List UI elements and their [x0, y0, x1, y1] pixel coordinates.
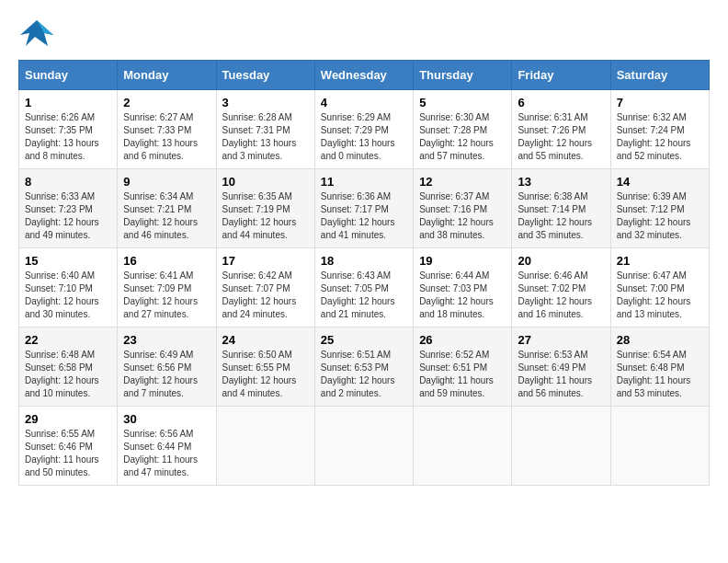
day-number: 20 [518, 254, 604, 268]
daylight-label: Daylight: 12 hours and 41 minutes. [321, 217, 395, 240]
day-cell: 11 Sunrise: 6:36 AM Sunset: 7:17 PM Dayl… [314, 169, 413, 248]
day-cell: 26 Sunrise: 6:52 AM Sunset: 6:51 PM Dayl… [414, 327, 512, 407]
day-number: 18 [321, 254, 407, 268]
sunrise-label: Sunrise: 6:48 AM [25, 350, 95, 360]
daylight-label: Daylight: 12 hours and 30 minutes. [25, 296, 99, 319]
day-info: Sunrise: 6:27 AM Sunset: 7:33 PM Dayligh… [123, 111, 210, 163]
day-cell: 30 Sunrise: 6:56 AM Sunset: 6:44 PM Dayl… [118, 407, 216, 486]
day-cell [414, 407, 512, 486]
sunset-label: Sunset: 7:24 PM [617, 125, 685, 135]
day-info: Sunrise: 6:35 AM Sunset: 7:19 PM Dayligh… [222, 190, 309, 242]
sunrise-label: Sunrise: 6:34 AM [123, 191, 193, 201]
daylight-label: Daylight: 11 hours and 53 minutes. [617, 375, 691, 398]
sunset-label: Sunset: 7:31 PM [222, 125, 290, 135]
day-cell: 28 Sunrise: 6:54 AM Sunset: 6:48 PM Dayl… [610, 327, 709, 407]
daylight-label: Daylight: 11 hours and 50 minutes. [25, 454, 99, 477]
sunset-label: Sunset: 7:33 PM [123, 125, 191, 135]
day-cell: 20 Sunrise: 6:46 AM Sunset: 7:02 PM Dayl… [512, 248, 610, 327]
day-number: 11 [321, 175, 407, 189]
sunrise-label: Sunrise: 6:41 AM [123, 270, 193, 281]
day-cell: 23 Sunrise: 6:49 AM Sunset: 6:56 PM Dayl… [118, 327, 216, 407]
daylight-label: Daylight: 12 hours and 32 minutes. [617, 217, 691, 240]
sunrise-label: Sunrise: 6:51 AM [321, 350, 391, 360]
sunset-label: Sunset: 6:51 PM [419, 362, 487, 373]
day-cell: 7 Sunrise: 6:32 AM Sunset: 7:24 PM Dayli… [610, 90, 709, 169]
day-number: 12 [419, 175, 506, 189]
day-info: Sunrise: 6:43 AM Sunset: 7:05 PM Dayligh… [321, 270, 407, 321]
sunrise-label: Sunrise: 6:56 AM [123, 429, 193, 439]
day-cell [610, 407, 709, 486]
day-info: Sunrise: 6:26 AM Sunset: 7:35 PM Dayligh… [25, 111, 111, 163]
daylight-label: Daylight: 12 hours and 46 minutes. [123, 217, 198, 240]
day-cell: 1 Sunrise: 6:26 AM Sunset: 7:35 PM Dayli… [19, 90, 118, 169]
daylight-label: Daylight: 12 hours and 18 minutes. [419, 296, 494, 319]
day-cell: 12 Sunrise: 6:37 AM Sunset: 7:16 PM Dayl… [414, 169, 512, 248]
sunrise-label: Sunrise: 6:38 AM [518, 191, 587, 201]
sunset-label: Sunset: 7:00 PM [617, 283, 685, 293]
sunrise-label: Sunrise: 6:33 AM [25, 191, 95, 201]
col-header-thursday: Thursday [414, 61, 512, 90]
sunrise-label: Sunrise: 6:36 AM [321, 191, 391, 201]
sunset-label: Sunset: 6:56 PM [123, 362, 191, 373]
daylight-label: Daylight: 12 hours and 52 minutes. [617, 138, 691, 161]
daylight-label: Daylight: 12 hours and 7 minutes. [123, 375, 198, 398]
day-cell: 10 Sunrise: 6:35 AM Sunset: 7:19 PM Dayl… [216, 169, 314, 248]
day-cell: 3 Sunrise: 6:28 AM Sunset: 7:31 PM Dayli… [216, 90, 314, 169]
day-cell: 18 Sunrise: 6:43 AM Sunset: 7:05 PM Dayl… [314, 248, 413, 327]
day-cell: 2 Sunrise: 6:27 AM Sunset: 7:33 PM Dayli… [118, 90, 216, 169]
daylight-label: Daylight: 12 hours and 13 minutes. [617, 296, 691, 319]
sunset-label: Sunset: 7:07 PM [222, 283, 290, 293]
header [18, 18, 710, 51]
day-cell [314, 407, 413, 486]
day-cell [512, 407, 610, 486]
daylight-label: Daylight: 13 hours and 8 minutes. [25, 138, 99, 161]
daylight-label: Daylight: 13 hours and 6 minutes. [123, 138, 198, 161]
daylight-label: Daylight: 12 hours and 4 minutes. [222, 375, 297, 398]
day-cell [216, 407, 314, 486]
col-header-sunday: Sunday [19, 61, 118, 90]
day-info: Sunrise: 6:41 AM Sunset: 7:09 PM Dayligh… [123, 270, 210, 321]
sunset-label: Sunset: 7:03 PM [419, 283, 487, 293]
day-info: Sunrise: 6:49 AM Sunset: 6:56 PM Dayligh… [123, 349, 210, 400]
sunrise-label: Sunrise: 6:53 AM [518, 350, 587, 360]
daylight-label: Daylight: 13 hours and 0 minutes. [321, 138, 395, 161]
day-cell: 21 Sunrise: 6:47 AM Sunset: 7:00 PM Dayl… [610, 248, 709, 327]
day-cell: 29 Sunrise: 6:55 AM Sunset: 6:46 PM Dayl… [19, 407, 118, 486]
day-cell: 5 Sunrise: 6:30 AM Sunset: 7:28 PM Dayli… [414, 90, 512, 169]
sunrise-label: Sunrise: 6:49 AM [123, 350, 193, 360]
day-number: 22 [25, 333, 111, 347]
day-cell: 19 Sunrise: 6:44 AM Sunset: 7:03 PM Dayl… [414, 248, 512, 327]
sunrise-label: Sunrise: 6:43 AM [321, 270, 391, 281]
day-info: Sunrise: 6:38 AM Sunset: 7:14 PM Dayligh… [518, 190, 604, 242]
sunset-label: Sunset: 7:05 PM [321, 283, 389, 293]
day-info: Sunrise: 6:51 AM Sunset: 6:53 PM Dayligh… [321, 349, 407, 400]
day-cell: 6 Sunrise: 6:31 AM Sunset: 7:26 PM Dayli… [512, 90, 610, 169]
sunset-label: Sunset: 6:58 PM [25, 362, 93, 373]
day-info: Sunrise: 6:40 AM Sunset: 7:10 PM Dayligh… [25, 270, 111, 321]
day-info: Sunrise: 6:50 AM Sunset: 6:55 PM Dayligh… [222, 349, 309, 400]
daylight-label: Daylight: 12 hours and 10 minutes. [25, 375, 99, 398]
day-number: 6 [518, 96, 604, 109]
day-number: 26 [419, 333, 506, 347]
col-header-wednesday: Wednesday [314, 61, 413, 90]
sunset-label: Sunset: 7:19 PM [222, 204, 290, 214]
day-number: 4 [321, 96, 407, 109]
daylight-label: Daylight: 13 hours and 3 minutes. [222, 138, 297, 161]
day-cell: 16 Sunrise: 6:41 AM Sunset: 7:09 PM Dayl… [118, 248, 216, 327]
day-info: Sunrise: 6:48 AM Sunset: 6:58 PM Dayligh… [25, 349, 111, 400]
col-header-monday: Monday [118, 61, 216, 90]
day-info: Sunrise: 6:47 AM Sunset: 7:00 PM Dayligh… [617, 270, 703, 321]
day-number: 5 [419, 96, 506, 109]
daylight-label: Daylight: 12 hours and 35 minutes. [518, 217, 592, 240]
sunset-label: Sunset: 7:02 PM [518, 283, 586, 293]
sunset-label: Sunset: 7:16 PM [419, 204, 487, 214]
day-number: 29 [25, 412, 111, 426]
day-info: Sunrise: 6:53 AM Sunset: 6:49 PM Dayligh… [518, 349, 604, 400]
day-number: 28 [617, 333, 703, 347]
daylight-label: Daylight: 11 hours and 59 minutes. [419, 375, 494, 398]
daylight-label: Daylight: 12 hours and 55 minutes. [518, 138, 592, 161]
day-cell: 8 Sunrise: 6:33 AM Sunset: 7:23 PM Dayli… [19, 169, 118, 248]
week-row-5: 29 Sunrise: 6:55 AM Sunset: 6:46 PM Dayl… [19, 407, 710, 486]
day-number: 30 [123, 412, 210, 426]
day-number: 9 [123, 175, 210, 189]
